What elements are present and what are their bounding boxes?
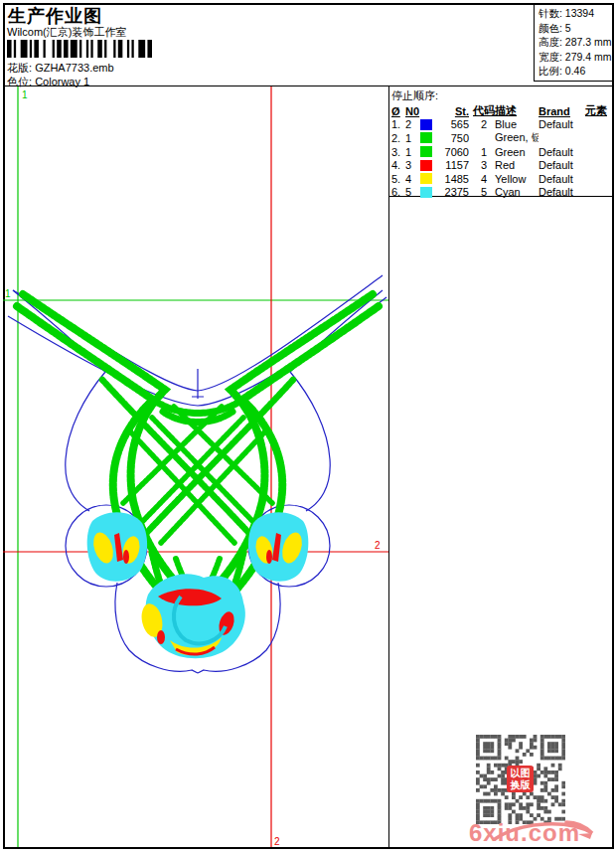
- stop-table-row: 4.311573RedDefault: [391, 158, 611, 172]
- design-stats-box: 针数: 13394 颜色: 5 高度: 287.3 mm 宽度: 279.4 m…: [534, 3, 612, 82]
- thread-code: 2: [473, 118, 495, 130]
- thread-brand: Default: [539, 159, 585, 171]
- thread-description: Blue: [495, 118, 539, 130]
- stitch-count-cell: 7060: [439, 146, 473, 158]
- seal-text-bottom: 换版: [507, 779, 534, 791]
- design-canvas: 1 1 2 2: [3, 86, 388, 847]
- design-ratio: 比例: 0.46: [539, 64, 612, 79]
- color-swatch-box: [420, 187, 432, 198]
- stop-number: 2.: [391, 132, 405, 144]
- pattern-file-line: 花版: GZHA7733.emb: [7, 61, 114, 76]
- stop-number: 5.: [391, 173, 405, 185]
- bottom-flower: [139, 574, 245, 658]
- color-swatch: [420, 132, 439, 143]
- needle-number: 4: [405, 173, 420, 185]
- thread-brand: Default: [539, 118, 585, 130]
- thread-code: 1: [473, 146, 495, 158]
- thread-description: Cyan: [495, 186, 539, 198]
- thread-description: Green: [495, 146, 539, 158]
- thread-code: 5: [473, 186, 495, 198]
- stop-table-row: 3.170601GreenDefault: [391, 145, 611, 159]
- stop-table-row: 6.523755CyanDefault: [391, 186, 611, 200]
- needle-number: 5: [405, 186, 420, 198]
- stop-number: 4.: [391, 159, 405, 171]
- color-swatch: [420, 160, 439, 171]
- panel-divider: [388, 86, 389, 847]
- stop-table-row: 5.414854YellowDefault: [391, 172, 611, 186]
- col-code: 代码: [473, 104, 495, 116]
- stop-number: 6.: [391, 186, 405, 198]
- stop-table-rows: 1.25652BlueDefault2.1750Green, 链目绣,3.170…: [391, 118, 611, 200]
- color-swatch: [420, 119, 439, 130]
- thread-description: Yellow: [495, 173, 539, 185]
- color-swatch: [420, 146, 439, 157]
- col-st: St.: [455, 105, 469, 117]
- thread-code: 4: [473, 173, 495, 185]
- needle-number: 1: [405, 132, 420, 144]
- stitch-count-cell: 565: [439, 118, 473, 130]
- color-swatch-box: [420, 119, 432, 130]
- barcode: [7, 40, 152, 58]
- col-seq: Ø: [391, 105, 400, 117]
- thread-brand: Default: [539, 146, 585, 158]
- stitch-count-cell: 2375: [439, 186, 473, 198]
- color-swatch-box: [420, 146, 432, 157]
- stop-sequence-table: 停止顺序: Ø N0 St. 代码 描述 Brand 元素 1.25652Blu…: [391, 88, 611, 199]
- guide-label-2-bottom: 2: [274, 836, 280, 847]
- guide-label-1-top: 1: [22, 89, 28, 100]
- design-height: 高度: 287.3 mm: [539, 35, 612, 50]
- color-swatch-box: [420, 173, 432, 184]
- pattern-value: GZHA7733.emb: [35, 62, 113, 74]
- thread-description: Red: [495, 159, 539, 171]
- stitch-count-cell: 750: [439, 132, 473, 144]
- color-swatch-box: [420, 160, 432, 171]
- color-swatch: [420, 173, 439, 184]
- stop-sequence-title: 停止顺序:: [391, 88, 611, 103]
- color-swatch: [420, 187, 439, 198]
- watermark-site: 6xiu.com: [469, 819, 580, 847]
- pattern-label: 花版:: [7, 62, 32, 74]
- design-width: 宽度: 279.4 mm: [539, 50, 612, 65]
- red-seal: 以图 换版: [507, 766, 534, 792]
- color-swatch-box: [420, 132, 432, 143]
- thread-brand: Default: [539, 186, 585, 198]
- stop-number: 3.: [391, 146, 405, 158]
- color-count: 颜色: 5: [539, 21, 612, 36]
- guide-label-1-left: 1: [5, 288, 11, 299]
- stop-table-row: 1.25652BlueDefault: [391, 118, 611, 132]
- thread-brand: Default: [539, 173, 585, 185]
- seal-text-top: 以图: [507, 768, 534, 779]
- needle-number: 2: [405, 118, 420, 130]
- col-brand: Brand: [539, 105, 570, 117]
- col-element: 元素: [585, 104, 607, 116]
- studio-name: Wilcom(汇京)装饰工作室: [7, 25, 126, 40]
- stop-table-header: Ø N0 St. 代码 描述 Brand 元素: [391, 104, 611, 118]
- stitch-count-cell: 1485: [439, 173, 473, 185]
- flower-fills: [87, 512, 309, 658]
- thread-code: 3: [473, 159, 495, 171]
- col-needle: N0: [405, 105, 419, 117]
- stop-number: 1.: [391, 118, 405, 130]
- stop-table-row: 2.1750Green, 链目绣,: [391, 131, 611, 145]
- col-desc: 描述: [495, 104, 517, 116]
- stitch-count: 针数: 13394: [539, 6, 612, 21]
- guide-label-2-right: 2: [375, 540, 381, 551]
- start-point-marker: [192, 369, 204, 399]
- needle-number: 3: [405, 159, 420, 171]
- thread-description: Green, 链目绣,: [495, 130, 539, 145]
- production-worksheet: 生产作业图 Wilcom(汇京)装饰工作室 花版: GZHA7733.emb 色…: [0, 0, 616, 855]
- needle-number: 1: [405, 146, 420, 158]
- stitch-count-cell: 1157: [439, 159, 473, 171]
